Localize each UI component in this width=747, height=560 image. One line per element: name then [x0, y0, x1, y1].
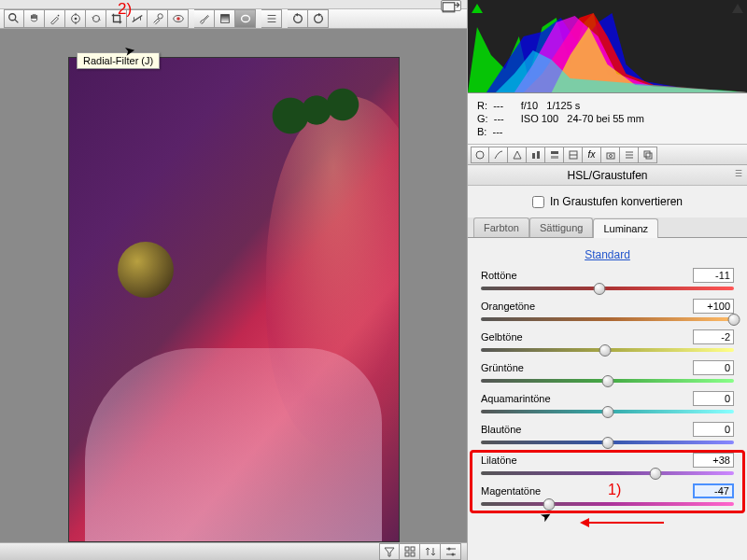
svg-point-25	[447, 548, 450, 551]
slider-label-purples: Lilatöne	[481, 455, 517, 466]
slider-track-purples[interactable]	[481, 469, 734, 478]
hsl-tabs: Farbton Sättigung Luminanz	[468, 217, 747, 238]
slider-knob-aquas[interactable]	[601, 406, 613, 418]
luminance-sliders: Rottöne Orangetöne Gelbtöne Grüntöne	[468, 266, 747, 524]
export-icon[interactable]	[441, 0, 461, 11]
svg-rect-32	[551, 156, 558, 159]
targeted-adjust-tool[interactable]	[86, 9, 106, 28]
slider-track-yellows[interactable]	[481, 345, 734, 355]
rotate-cw-button[interactable]	[308, 9, 329, 28]
white-balance-tool[interactable]	[45, 9, 65, 28]
panel-menu-icon[interactable]: ☰	[735, 169, 741, 178]
slider-knob-yellows[interactable]	[599, 344, 611, 357]
color-sampler-tool[interactable]	[65, 9, 86, 28]
svg-point-5	[74, 18, 77, 21]
detail-panel-icon[interactable]	[508, 147, 527, 163]
tab-luminance[interactable]: Luminanz	[593, 218, 658, 238]
slider-knob-purples[interactable]	[649, 468, 661, 480]
slider-track-oranges[interactable]	[481, 315, 734, 324]
split-panel-icon[interactable]	[545, 147, 564, 163]
slider-track-reds[interactable]	[481, 284, 734, 293]
hsl-panel-icon[interactable]	[527, 147, 545, 163]
arrow-annotation	[580, 511, 664, 532]
slider-value-greens[interactable]	[693, 360, 734, 375]
slider-label-aquas: Aquamarintöne	[481, 393, 551, 404]
slider-value-blues[interactable]	[693, 422, 734, 437]
g-value: ---	[494, 113, 504, 124]
window-tab-strip	[0, 0, 467, 9]
spot-removal-tool[interactable]	[148, 9, 168, 28]
image-canvas[interactable]	[0, 29, 467, 542]
curve-panel-icon[interactable]	[489, 147, 508, 163]
svg-rect-21	[411, 547, 415, 551]
slider-value-purples[interactable]	[693, 453, 734, 468]
shutter-value: 1/125 s	[546, 100, 580, 111]
camera-panel-icon[interactable]	[601, 147, 620, 163]
svg-point-27	[451, 553, 454, 556]
slider-blues: Blautöne	[481, 422, 734, 447]
tab-saturation[interactable]: Sättigung	[529, 217, 593, 237]
grayscale-checkbox[interactable]	[532, 196, 544, 208]
slider-value-yellows[interactable]	[693, 329, 734, 344]
slider-value-magentas[interactable]	[693, 483, 734, 498]
gradient-filter-tool[interactable]	[215, 9, 235, 28]
panel-title: HSL/Graustufen ☰	[468, 165, 747, 186]
svg-rect-40	[644, 151, 650, 157]
r-label: R:	[477, 100, 487, 111]
slider-value-reds[interactable]	[693, 268, 734, 283]
presets-panel-icon[interactable]	[620, 147, 639, 163]
slider-value-oranges[interactable]	[693, 299, 734, 314]
lens-panel-icon[interactable]	[564, 147, 583, 163]
lens-value: 24-70 bei 55 mm	[567, 113, 644, 124]
svg-point-1	[9, 14, 16, 21]
svg-line-2	[15, 20, 19, 23]
svg-point-28	[476, 151, 484, 159]
view-toolbar	[0, 542, 467, 560]
filter-icon[interactable]	[379, 543, 400, 560]
grayscale-label: In Graustufen konvertieren	[550, 195, 683, 208]
radial-filter-tool[interactable]	[235, 9, 256, 28]
slider-track-magentas[interactable]	[481, 499, 734, 509]
default-link[interactable]: Standard	[585, 248, 630, 261]
slider-track-aquas[interactable]	[481, 407, 734, 416]
slider-track-greens[interactable]	[481, 376, 734, 385]
svg-point-3	[57, 15, 59, 17]
cursor-icon-2: ➤	[538, 507, 555, 525]
grid-icon[interactable]	[400, 543, 420, 560]
panel-tab-bar: fx	[468, 145, 747, 165]
svg-point-14	[176, 17, 180, 21]
slider-knob-blues[interactable]	[601, 437, 613, 449]
svg-rect-41	[646, 153, 652, 159]
svg-rect-31	[551, 151, 558, 154]
slider-reds: Rottöne	[481, 268, 734, 293]
basic-panel-icon[interactable]	[471, 147, 489, 163]
slider-greens: Grüntöne	[481, 360, 734, 385]
rotate-ccw-button[interactable]	[288, 9, 308, 28]
slider-track-blues[interactable]	[481, 438, 734, 447]
slider-label-yellows: Gelbtöne	[481, 331, 523, 343]
adjust-brush-tool[interactable]	[194, 9, 215, 28]
snapshot-panel-icon[interactable]	[639, 147, 657, 163]
svg-rect-15	[220, 15, 229, 23]
slider-knob-oranges[interactable]	[728, 314, 740, 326]
info-readout: R: --- G: --- B: --- f/10 1/125 s ISO 10…	[468, 93, 747, 145]
tab-hue[interactable]: Farbton	[473, 217, 529, 237]
r-value: ---	[493, 100, 503, 111]
slider-knob-reds[interactable]	[594, 283, 606, 295]
slider-oranges: Orangetöne	[481, 299, 734, 324]
photo-preview	[68, 57, 400, 542]
zoom-tool[interactable]	[4, 9, 24, 28]
fx-panel-icon[interactable]: fx	[583, 147, 601, 163]
annotation-2: 2)	[118, 0, 132, 19]
slider-knob-greens[interactable]	[601, 375, 613, 387]
hand-tool[interactable]	[24, 9, 45, 28]
b-label: B:	[477, 126, 486, 137]
compare-icon[interactable]	[420, 543, 441, 560]
redeye-tool[interactable]	[168, 9, 189, 28]
svg-point-16	[241, 16, 249, 22]
svg-rect-0	[443, 2, 455, 11]
histogram[interactable]	[468, 0, 747, 93]
slider-value-aquas[interactable]	[693, 391, 734, 406]
sliders-icon[interactable]	[441, 543, 461, 560]
presets-tool[interactable]	[261, 9, 282, 28]
